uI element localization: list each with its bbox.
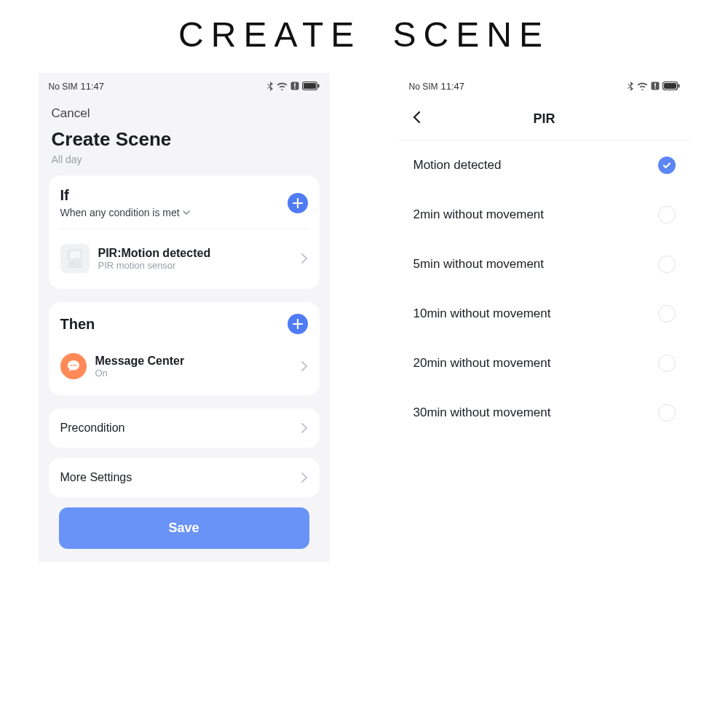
if-add-button[interactable] — [288, 193, 308, 213]
status-carrier: No SIM — [49, 82, 78, 92]
chevron-right-icon — [301, 360, 308, 372]
pir-title: PIR — [399, 111, 690, 127]
option-row[interactable]: 10min without movement — [399, 289, 690, 339]
if-condition-selector[interactable]: When any condition is met — [60, 207, 190, 218]
then-item-sub: On — [95, 368, 185, 379]
precondition-row[interactable]: Precondition — [49, 408, 320, 448]
battery-icon — [662, 82, 680, 90]
divider — [59, 229, 309, 229]
option-row[interactable]: 30min without movement — [399, 388, 690, 438]
option-row[interactable]: 5min without movement — [399, 240, 690, 289]
if-card: If When any condition is met — [49, 175, 320, 289]
precondition-label: Precondition — [60, 422, 125, 435]
alert-icon — [651, 82, 660, 90]
status-bar: No SIM 11:47 — [39, 73, 330, 99]
option-row[interactable]: 2min without movement — [399, 190, 690, 240]
page-heading: CREATE SCENE — [0, 0, 728, 73]
svg-point-9 — [71, 365, 72, 366]
svg-rect-16 — [664, 83, 676, 89]
wifi-icon — [277, 82, 288, 90]
if-item-sub: PIR motion sensor — [98, 260, 211, 271]
message-icon — [60, 353, 87, 379]
phone-pir-options: No SIM 11:47 PIR Motion detected2min wit… — [399, 73, 690, 562]
then-item-message-center[interactable]: Message Center On — [60, 346, 308, 387]
svg-point-11 — [75, 365, 76, 366]
wifi-icon — [637, 82, 648, 90]
option-row[interactable]: Motion detected — [399, 141, 690, 190]
more-settings-row[interactable]: More Settings — [49, 458, 320, 497]
chevron-down-icon — [183, 209, 190, 216]
radio-selected[interactable] — [658, 157, 676, 174]
status-icons — [267, 82, 320, 91]
then-item-title: Message Center — [95, 355, 185, 368]
chevron-right-icon — [301, 472, 308, 483]
option-label: Motion detected — [414, 158, 502, 173]
option-label: 20min without movement — [414, 356, 551, 371]
svg-point-10 — [73, 365, 74, 366]
if-item-title: PIR:Motion detected — [98, 247, 211, 260]
status-time: 11:47 — [441, 81, 465, 92]
status-carrier: No SIM — [409, 82, 438, 92]
screen-subtitle: All day — [39, 152, 330, 175]
more-settings-label: More Settings — [60, 471, 132, 484]
status-bar: No SIM 11:47 — [399, 73, 690, 99]
check-icon — [662, 160, 672, 170]
if-item-pir[interactable]: PIR:Motion detected PIR motion sensor — [60, 237, 308, 280]
cancel-button[interactable]: Cancel — [39, 99, 330, 125]
radio-unselected[interactable] — [658, 355, 676, 372]
option-row[interactable]: 20min without movement — [399, 339, 690, 388]
if-condition-label: When any condition is met — [60, 207, 180, 218]
pir-header: PIR — [399, 99, 690, 141]
radio-unselected[interactable] — [658, 305, 676, 323]
chevron-right-icon — [301, 253, 308, 264]
chevron-left-icon — [412, 111, 421, 124]
svg-point-8 — [71, 263, 73, 265]
status-icons — [628, 82, 680, 91]
svg-rect-14 — [654, 87, 656, 89]
radio-unselected[interactable] — [658, 206, 676, 223]
if-title: If — [60, 187, 190, 204]
screen-title: Create Scene — [39, 125, 330, 152]
plus-icon — [293, 319, 303, 329]
bluetooth-icon — [267, 82, 274, 91]
chevron-right-icon — [301, 422, 308, 434]
then-card: Then Message Center On — [49, 302, 320, 395]
svg-rect-13 — [654, 83, 656, 87]
svg-rect-17 — [678, 84, 679, 88]
plus-icon — [293, 198, 303, 208]
then-add-button[interactable] — [288, 314, 308, 334]
status-time: 11:47 — [81, 81, 105, 92]
svg-rect-5 — [317, 84, 319, 88]
svg-rect-7 — [70, 251, 80, 258]
phone-create-scene: No SIM 11:47 Cancel Create Scene All day… — [39, 73, 330, 562]
svg-rect-4 — [304, 83, 316, 89]
device-icon — [60, 244, 90, 273]
option-label: 2min without movement — [414, 207, 545, 222]
radio-unselected[interactable] — [658, 404, 676, 422]
then-title: Then — [60, 316, 95, 333]
option-label: 10min without movement — [414, 306, 551, 321]
back-button[interactable] — [409, 108, 424, 130]
bluetooth-icon — [628, 82, 634, 91]
alert-icon — [290, 82, 299, 90]
option-label: 5min without movement — [414, 257, 545, 272]
svg-rect-1 — [294, 83, 296, 87]
save-button[interactable]: Save — [59, 507, 309, 549]
options-list: Motion detected2min without movement5min… — [399, 141, 690, 438]
option-label: 30min without movement — [414, 405, 551, 420]
radio-unselected[interactable] — [658, 256, 676, 273]
battery-icon — [302, 82, 320, 90]
svg-rect-2 — [294, 87, 296, 89]
